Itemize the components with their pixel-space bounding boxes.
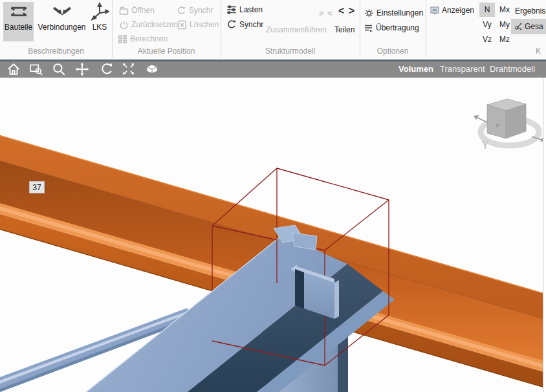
teilen-button[interactable]: Teilen xyxy=(334,24,355,36)
loads-sliders-icon xyxy=(226,5,237,15)
ribbon-group-strukturmodell: Lasten Synchr > < Zusammenführen < > Tei… xyxy=(221,0,360,58)
lks-label: LKS xyxy=(93,23,107,32)
ribbon-group-beschreibungen: Bauteile Verbindungen LKS Beschreibungen xyxy=(0,0,113,58)
navigation-cube[interactable]: Y Y xyxy=(474,99,545,151)
berechnen-button[interactable]: Berechnen xyxy=(118,33,168,45)
force-vy-toggle[interactable]: Vy xyxy=(479,17,495,32)
zoom-button[interactable] xyxy=(52,62,67,76)
view-mode-drahtmodell[interactable]: Drahtmodell xyxy=(490,64,535,74)
group-label-beschreibungen: Beschreibungen xyxy=(0,47,112,56)
axes-icon xyxy=(90,2,109,21)
zoom-window-button[interactable] xyxy=(29,62,45,76)
viewport-right-border xyxy=(543,78,546,392)
solid-box-icon[interactable] xyxy=(145,62,160,76)
merge-icon[interactable]: > < xyxy=(319,8,333,18)
calculator-grid-icon xyxy=(118,34,127,44)
ribbon-group-kraefte: Anzeigen N Mx Vy My Vz Mz Ergebniss Gesa… xyxy=(426,0,546,58)
total-deformation-icon xyxy=(513,22,523,32)
force-n-toggle[interactable]: N xyxy=(479,3,495,17)
refresh-icon xyxy=(177,6,186,16)
view-mode-transparent[interactable]: Transparent xyxy=(440,64,485,74)
cube-axis-big-label: Y xyxy=(481,138,489,151)
force-mx-toggle[interactable]: Mx xyxy=(497,3,512,17)
ergebnisse-label: Ergebniss xyxy=(515,5,546,17)
synchr-struktur-button[interactable]: Synchr xyxy=(226,19,263,30)
ergebnisse-text: Ergebniss xyxy=(515,6,546,16)
oeffnen-button[interactable]: Öffnen xyxy=(119,5,155,16)
bauteile-label: Bauteile xyxy=(5,23,32,32)
model-viewport[interactable]: Y Y 37 xyxy=(0,78,546,392)
steel-profile-icon xyxy=(9,2,28,21)
split-icon[interactable]: < > xyxy=(338,5,355,17)
delete-x-icon xyxy=(177,20,187,30)
transfer-lines-icon xyxy=(364,23,373,33)
zusammenfuehren-button[interactable]: Zusammenführen xyxy=(266,24,327,36)
group-label-aktuelle-position: Aktuelle Position xyxy=(112,47,221,56)
force-vz-label: Vz xyxy=(483,35,492,44)
synchr-struktur-label: Synchr xyxy=(239,20,263,29)
group-label-optionen: Optionen xyxy=(360,47,426,56)
gear-icon xyxy=(364,8,374,18)
viewport-toolbar: Volumen Transparent Drahtmodell xyxy=(0,60,546,78)
synchr-position-label: Synchr xyxy=(189,6,213,15)
ribbon-group-optionen: Einstellungen Übertragung Optionen xyxy=(360,0,426,58)
verbindungen-button[interactable]: Verbindungen xyxy=(35,2,89,41)
ribbon-group-aktuelle-position: Öffnen Synchr Zurücksetzen Löschen xyxy=(112,0,221,58)
split-glyph: < > xyxy=(338,5,355,16)
refresh-icon xyxy=(226,19,237,30)
force-mz-toggle[interactable]: Mz xyxy=(497,32,512,47)
ribbon: Bauteile Verbindungen LKS Beschreibungen xyxy=(0,0,546,60)
loeschen-label: Löschen xyxy=(190,20,219,29)
zusammenfuehren-label: Zusammenführen xyxy=(266,25,327,34)
berechnen-label: Berechnen xyxy=(130,34,168,43)
reset-power-icon xyxy=(119,20,129,30)
zuruecksetzen-label: Zurücksetzen xyxy=(131,20,178,29)
uebertragung-button[interactable]: Übertragung xyxy=(364,22,419,34)
connection-arrows-icon xyxy=(52,2,72,21)
anzeigen-label: Anzeigen xyxy=(442,6,474,15)
member-id-tag[interactable]: 37 xyxy=(29,181,45,193)
force-my-label: My xyxy=(499,20,510,29)
loeschen-button[interactable]: Löschen xyxy=(177,19,219,30)
zoom-extents-button[interactable] xyxy=(122,62,137,76)
zuruecksetzen-button[interactable]: Zurücksetzen xyxy=(119,19,178,30)
force-vz-toggle[interactable]: Vz xyxy=(479,32,495,47)
force-mx-label: Mx xyxy=(499,5,510,14)
lasten-label: Lasten xyxy=(239,5,263,14)
anzeigen-button[interactable]: Anzeigen xyxy=(430,5,474,16)
lks-button[interactable]: LKS xyxy=(89,2,110,41)
uebertragung-label: Übertragung xyxy=(376,23,419,32)
force-n-label: N xyxy=(485,5,490,14)
folder-icon xyxy=(119,6,129,16)
gesamt-toggle[interactable]: Gesa xyxy=(511,19,546,34)
group-label-kraefte: K xyxy=(426,47,541,56)
force-vy-label: Vy xyxy=(483,20,492,29)
cube-axis-small-label: Y xyxy=(496,123,499,129)
bauteile-button[interactable]: Bauteile xyxy=(3,2,34,41)
group-label-strukturmodell: Strukturmodell xyxy=(221,47,360,56)
force-mz-label: Mz xyxy=(499,35,510,44)
merge-glyph: > < xyxy=(319,8,333,18)
verbindungen-label: Verbindungen xyxy=(38,23,85,32)
force-my-toggle[interactable]: My xyxy=(497,17,512,32)
teilen-label: Teilen xyxy=(334,25,355,34)
einstellungen-label: Einstellungen xyxy=(377,8,423,17)
pan-button[interactable] xyxy=(75,62,91,76)
rotate-view-button[interactable] xyxy=(100,62,115,76)
oeffnen-label: Öffnen xyxy=(131,6,155,15)
home-view-button[interactable] xyxy=(6,62,22,76)
lasten-button[interactable]: Lasten xyxy=(226,4,263,16)
scene-3d: Y Y xyxy=(0,78,546,392)
view-mode-volumen[interactable]: Volumen xyxy=(399,64,433,74)
gesamt-label: Gesa xyxy=(525,22,543,31)
display-icon xyxy=(430,6,439,15)
einstellungen-button[interactable]: Einstellungen xyxy=(364,7,423,19)
synchr-position-button[interactable]: Synchr xyxy=(177,5,213,16)
